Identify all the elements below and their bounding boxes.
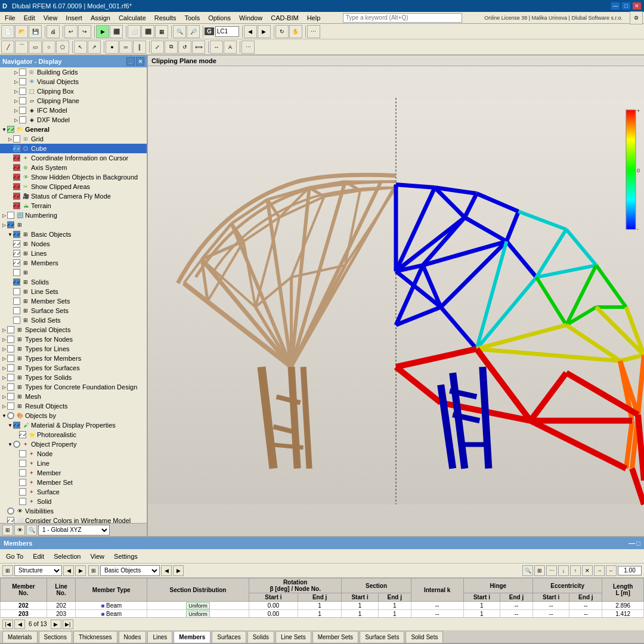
filter-btn-objects[interactable]: ⊞ <box>88 565 99 576</box>
tree-item-object-property[interactable]: ▼ ✦ Object Property <box>0 439 147 449</box>
viewport-3d[interactable]: + 0 - <box>148 66 644 536</box>
tree-item-camera-fly[interactable]: ✓ 🎥 Status of Camera Fly Mode <box>0 191 147 201</box>
menu-cad-bim[interactable]: CAD-BIM <box>267 13 302 23</box>
table-tool-btn7[interactable]: → <box>594 565 605 576</box>
filter-structure-select[interactable]: Structure <box>14 565 62 576</box>
tree-item-general[interactable]: ▼ ✓ 📁 General <box>0 125 147 134</box>
page-last-btn[interactable]: ▶| <box>63 620 73 629</box>
tree-item-types-members[interactable]: ▷ ⊞ Types for Members <box>0 354 147 363</box>
menu-view[interactable]: View <box>40 13 61 23</box>
stop-btn[interactable]: ⬛ <box>110 25 123 38</box>
nav-view-select[interactable]: 1 - Global XYZ <box>38 525 110 535</box>
tab-thicknesses[interactable]: Thicknesses <box>73 631 117 643</box>
undo-btn[interactable]: ↩ <box>64 25 78 38</box>
tree-item-basic-objects-parent[interactable]: ▷ ✓ ⊞ <box>0 220 147 230</box>
tree-item-basic-objects[interactable]: ▼ ✓ ⊞ Basic Objects <box>0 230 147 239</box>
rotate-btn[interactable]: ↻ <box>275 25 289 38</box>
tree-item-mesh[interactable]: ▷ ⊞ Mesh <box>0 392 147 401</box>
table-tool-btn3[interactable]: ⋯ <box>546 565 557 576</box>
tree-item-axis-system[interactable]: ✓ ⊕ Axis System <box>0 163 147 172</box>
filter-btn-nav-next[interactable]: ▶ <box>75 565 86 576</box>
tree-item-solids2[interactable]: ✓ ⊞ Solids <box>0 277 147 287</box>
nav-next-btn[interactable]: ▶ <box>258 25 271 38</box>
tab-nodes[interactable]: Nodes <box>119 631 147 643</box>
node-btn[interactable]: ● <box>106 41 119 54</box>
tree-item-visibilities[interactable]: 👁 Visibilities <box>0 506 147 516</box>
draw-line-btn[interactable]: ╱ <box>1 41 14 54</box>
tree-item-numbering[interactable]: ▷ 🔢 Numbering <box>0 210 147 220</box>
tree-item-nodes[interactable]: ✓ ⊞ Nodes <box>0 239 147 249</box>
bottom-menu-view[interactable]: View <box>86 552 108 561</box>
maximize-button[interactable]: □ <box>621 2 631 10</box>
tree-item-surface-prop[interactable]: ✦ Surface <box>0 487 147 497</box>
filter-btn-left[interactable]: ⊞ <box>2 565 13 576</box>
tree-item-terrain[interactable]: ✓ ⛰ Terrain <box>0 201 147 210</box>
tab-solids[interactable]: Solids <box>247 631 274 643</box>
tree-item-surfaces2[interactable]: ⊞ <box>0 268 147 277</box>
tree-item-solid-sets[interactable]: ⊞ Solid Sets <box>0 315 147 325</box>
nav-bottom-btn1[interactable]: ⊞ <box>2 525 13 535</box>
draw-circle-btn[interactable]: ○ <box>42 41 55 54</box>
tree-item-members[interactable]: ✓ ⊞ Members <box>0 258 147 268</box>
menu-calculate[interactable]: Calculate <box>115 13 150 23</box>
search-input[interactable] <box>343 13 462 23</box>
bottom-menu-goto[interactable]: Go To <box>2 552 27 561</box>
menu-file[interactable]: File <box>1 13 19 23</box>
tree-item-ifc-model[interactable]: ▷ ◈ IFC Model <box>0 106 147 115</box>
tree-item-member-prop[interactable]: ✦ Member <box>0 468 147 478</box>
menu-assign[interactable]: Assign <box>87 13 114 23</box>
settings-btn[interactable]: ⚙ <box>630 11 643 24</box>
bottom-menu-edit[interactable]: Edit <box>29 552 48 561</box>
deselect-btn[interactable]: ↗ <box>88 41 101 54</box>
tree-item-view-cube[interactable]: ✓ ⬡ Cube <box>0 144 147 153</box>
tree-item-member-set-prop[interactable]: ✦ Member Set <box>0 478 147 487</box>
tree-item-photorealistic[interactable]: ✓ ⭐ Photorealistic <box>0 430 147 439</box>
tree-item-show-hidden[interactable]: ✓ 👁 Show Hidden Objects in Background <box>0 172 147 182</box>
page-prev-btn[interactable]: ◀ <box>14 620 25 629</box>
tab-line-sets[interactable]: Line Sets <box>275 631 311 643</box>
lc-input[interactable] <box>215 26 239 37</box>
table-tool-btn1[interactable]: 🔍 <box>522 565 533 576</box>
tree-item-types-lines[interactable]: ▷ ⊞ Types for Lines <box>0 344 147 354</box>
toolbar-more2[interactable]: ⋯ <box>242 41 255 54</box>
view-btn3[interactable]: ▦ <box>155 25 168 38</box>
tab-surfaces[interactable]: Surfaces <box>212 631 246 643</box>
column-btn[interactable]: ║ <box>133 41 146 54</box>
tree-item-dxf-model[interactable]: ▷ ◈ DXF Model <box>0 115 147 125</box>
table-tool-btn5[interactable]: ↑ <box>570 565 581 576</box>
toolbar-more1[interactable]: ⋯ <box>307 25 320 38</box>
pan-btn[interactable]: ✋ <box>289 25 302 38</box>
table-tool-btn6[interactable]: ✕ <box>582 565 593 576</box>
menu-help[interactable]: Help <box>304 13 324 23</box>
draw-rect-btn[interactable]: ▭ <box>29 41 42 54</box>
tab-sections[interactable]: Sections <box>39 631 72 643</box>
tree-item-result-objects[interactable]: ▷ ⊞ Result Objects <box>0 401 147 411</box>
filter-btn-obj-nav-next[interactable]: ▶ <box>173 565 184 576</box>
tree-item-member-sets[interactable]: ⊞ Member Sets <box>0 296 147 306</box>
tree-item-types-concrete[interactable]: ▷ ⊞ Types for Concrete Foundation Design <box>0 382 147 392</box>
draw-poly-btn[interactable]: ⬠ <box>56 41 69 54</box>
menu-tools[interactable]: Tools <box>181 13 203 23</box>
filter-objects-select[interactable]: Basic Objects <box>100 565 160 576</box>
navigator-close-btn[interactable]: ✕ <box>136 57 144 66</box>
zoom-out-btn[interactable]: 🔎 <box>187 25 200 38</box>
select-btn[interactable]: ↖ <box>74 41 87 54</box>
view-btn1[interactable]: ⬜ <box>128 25 141 38</box>
tree-item-special-objects[interactable]: ▷ ⊞ Special Objects <box>0 325 147 335</box>
nav-bottom-btn2[interactable]: 👁 <box>14 525 25 535</box>
tree-item-clipping-plane[interactable]: ▷ ▱ Clipping Plane <box>0 96 147 106</box>
tree-item-material-display[interactable]: ▼ ✓ 🖌 Material & Display Properties <box>0 420 147 430</box>
tree-item-line-sets[interactable]: ⊞ Line Sets <box>0 287 147 296</box>
dimension-btn[interactable]: ↔ <box>210 41 223 54</box>
tab-member-sets[interactable]: Member Sets <box>312 631 358 643</box>
tree-item-wireframe-colors[interactable]: ✓ ⬜ Consider Colors in Wireframe Model <box>0 516 147 523</box>
tab-materials[interactable]: Materials <box>2 631 38 643</box>
label-btn[interactable]: A <box>224 41 237 54</box>
print-btn[interactable]: 🖨 <box>47 25 60 38</box>
navigator-minimize-btn[interactable]: _ <box>126 57 135 66</box>
tree-item-clipping-box[interactable]: ▷ ⬚ Clipping Box <box>0 86 147 96</box>
tree-item-line-prop[interactable]: ✦ Line <box>0 459 147 468</box>
tree-item-types-solids[interactable]: ▷ ⊞ Types for Solids <box>0 373 147 382</box>
menu-edit[interactable]: Edit <box>20 13 39 23</box>
minimize-button[interactable]: — <box>611 2 620 10</box>
